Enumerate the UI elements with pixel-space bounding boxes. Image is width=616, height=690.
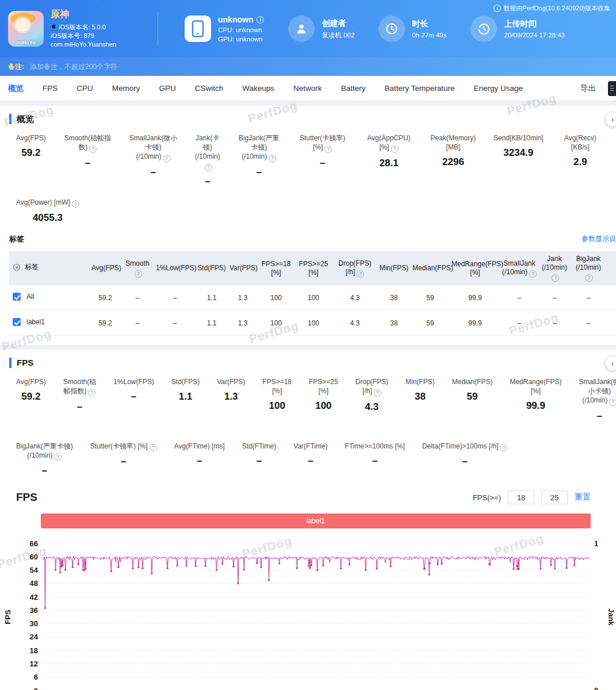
tab-FPS[interactable]: FPS [43, 84, 58, 93]
help-icon[interactable] [269, 155, 276, 162]
metric-value: – [308, 455, 313, 467]
help-icon[interactable] [163, 155, 171, 162]
label-table: 标签Avg(FPS)Smooth1%Low(FPS)Std(FPS)Var(FP… [9, 251, 616, 336]
tab-CSwitch[interactable]: CSwitch [195, 84, 224, 93]
table-cell: – [538, 310, 571, 336]
metric-value: 59.2 [21, 391, 40, 402]
help-icon[interactable] [205, 164, 212, 171]
tab-Energy Usage[interactable]: Energy Usage [473, 84, 523, 93]
table-cell: 99.9 [450, 310, 500, 336]
history-clock-icon [470, 16, 497, 42]
metric-value: 4055.3 [33, 212, 63, 224]
metric-value: 2296 [442, 156, 464, 168]
metric-value: 4.3 [365, 401, 379, 413]
metric-value: – [256, 167, 261, 178]
fps-threshold-high-input[interactable] [541, 490, 568, 504]
metric-value: 100 [269, 400, 285, 412]
note-label: 备注: [8, 62, 24, 72]
help-icon[interactable] [374, 389, 381, 397]
table-cell: 100 [294, 285, 332, 310]
svg-text:60: 60 [30, 553, 38, 561]
tab-Battery Temperature[interactable]: Battery Temperature [384, 84, 454, 93]
metric-value: – [320, 158, 325, 169]
fps-chart[interactable]: 061218243036424854606600:0001:2402:4804:… [0, 536, 616, 690]
metric-value: 99.9 [526, 400, 545, 412]
help-icon[interactable] [500, 444, 507, 451]
export-button[interactable]: 导出 [580, 83, 596, 94]
table-cell: 59.2 [90, 310, 121, 336]
note-input[interactable] [30, 63, 608, 71]
metric: Var(FPS)1.3 [217, 377, 245, 402]
fps-metrics: Avg(FPS)59.2Smooth(稳帧指数)–1%Low(FPS)–Std(… [0, 368, 616, 477]
help-icon[interactable] [72, 200, 79, 208]
tab-CPU[interactable]: CPU [76, 84, 93, 93]
fps-threshold-low-input[interactable] [508, 490, 534, 504]
app-icon-art [15, 18, 30, 32]
visibility-target-icon[interactable] [13, 263, 21, 271]
metric: BigJank(严重卡顿) (/10min)– [238, 133, 280, 178]
metric: Avg(Power) [mW]4055.3 [16, 198, 79, 224]
help-icon[interactable] [150, 444, 157, 451]
metric: Jank(卡顿) (/10min)– [194, 133, 220, 187]
ios-version-name: iOS版本名: 5.0.0 [59, 23, 106, 32]
parameter-settings-link[interactable]: 参数显示设置 [581, 234, 616, 244]
metric: Stutter(卡顿率) [%]– [90, 442, 157, 468]
metric-value: 1.3 [224, 391, 238, 402]
metric: Stutter(卡顿率) [%]– [297, 133, 347, 169]
help-icon[interactable] [135, 270, 142, 278]
table-cell: – [121, 310, 154, 336]
tab-概览[interactable]: 概览 [8, 83, 24, 94]
help-icon[interactable] [609, 398, 616, 406]
help-icon[interactable] [54, 453, 62, 461]
table-cell: 99.9 [450, 285, 500, 310]
row-checkbox[interactable] [13, 293, 21, 301]
help-icon[interactable] [324, 145, 332, 153]
table-row: All59.2––1.11.31001004.3385999.9––– [9, 285, 616, 310]
svg-text:18: 18 [30, 646, 38, 655]
table-cell: – [154, 285, 196, 310]
tab-Wakeups[interactable]: Wakeups [242, 84, 274, 93]
label-banner[interactable]: label1 [41, 513, 591, 528]
tab-GPU[interactable]: GPU [159, 84, 176, 93]
metric-value: 59 [467, 391, 478, 402]
collapse-fps-button[interactable]: ‹ [606, 356, 616, 370]
column-header: MedRange(FPS)[%] [450, 251, 500, 285]
reset-button[interactable]: 重置 [575, 492, 591, 503]
label-table-title: 标签 [9, 234, 607, 244]
overview-metrics: Avg(FPS)59.2Smooth(稳帧指数)–SmallJank(微小卡顿)… [0, 124, 616, 224]
help-icon[interactable] [529, 270, 537, 278]
help-icon[interactable] [586, 274, 593, 282]
help-icon[interactable] [552, 274, 559, 282]
help-icon[interactable] [357, 270, 364, 278]
table-cell: 59 [411, 310, 450, 336]
phone-icon [185, 16, 211, 42]
person-icon [288, 16, 315, 42]
column-header: BigJank (/10min) [571, 251, 606, 285]
report-header: miHoYo 原神 iOS版本名: 5.0.0 iOS版本号: 879 com.… [0, 0, 616, 57]
header-divider [158, 12, 158, 45]
metric-value: – [197, 455, 202, 467]
tab-Network[interactable]: Network [293, 84, 322, 93]
tab-Battery[interactable]: Battery [341, 84, 366, 93]
nav-bar: 概览FPSCPUMemoryGPUCSwitchWakeupsNetworkBa… [0, 76, 616, 101]
tab-Memory[interactable]: Memory [112, 84, 140, 93]
svg-text:66: 66 [30, 539, 38, 548]
device-name: unknown [218, 15, 253, 24]
info-icon[interactable] [257, 16, 264, 24]
metric: Avg(FTime) [ms]– [174, 442, 225, 467]
table-cell: 59.2 [90, 285, 121, 310]
collapse-overview-button[interactable]: ‹ [606, 113, 616, 126]
row-checkbox[interactable] [13, 318, 21, 326]
drawer-handle-icon[interactable] [608, 81, 616, 96]
help-icon[interactable] [391, 145, 399, 153]
label-section: 标签 参数显示设置 标签Avg(FPS)Smooth1%Low(FPS)Std(… [0, 234, 616, 336]
svg-text:12: 12 [30, 660, 38, 668]
metric-value: – [42, 465, 47, 477]
help-icon[interactable] [89, 145, 97, 153]
svg-text:24: 24 [30, 632, 39, 641]
fps-card: FPS ‹ Avg(FPS)59.2Smooth(稳帧指数)–1%Low(FPS… [0, 350, 616, 690]
metric: Avg(AppCPU) [%]28.1 [365, 133, 413, 169]
device-info: unknown CPU: unknown GPU: unknown [185, 15, 264, 43]
help-icon[interactable] [88, 389, 95, 397]
app-name: 原神 [51, 9, 116, 21]
